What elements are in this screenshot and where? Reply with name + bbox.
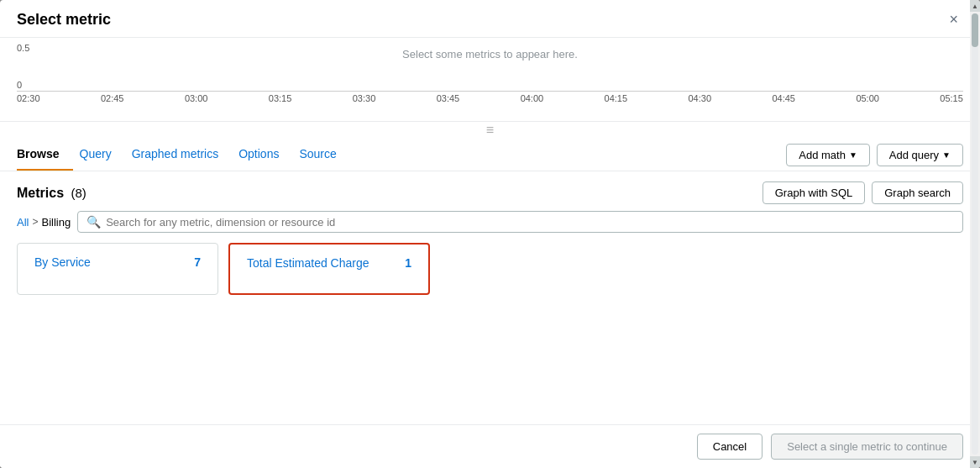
metrics-header-right: Graph with SQL Graph search	[763, 181, 963, 204]
chart-y-top-label: 0.5	[17, 43, 29, 53]
metrics-title-row: Metrics (8)	[17, 186, 86, 201]
add-math-arrow-icon: ▼	[849, 150, 857, 160]
add-math-label: Add math	[799, 149, 846, 161]
tabs-bar: Browse Query Graphed metrics Options Sou…	[0, 139, 980, 171]
x-label-5: 03:45	[437, 93, 460, 108]
scrollbar: ▲ ▼	[970, 0, 980, 468]
x-label-11: 05:15	[940, 93, 963, 108]
chart-x-labels: 02:30 02:45 03:00 03:15 03:30 03:45 04:0…	[17, 92, 963, 108]
tabs-right: Add math ▼ Add query ▼	[786, 144, 963, 166]
chart-y-zero-label: 0	[17, 80, 22, 90]
metric-card-top-tec: Total Estimated Charge 1	[247, 256, 411, 270]
add-query-label: Add query	[889, 149, 939, 161]
modal: Select metric × 0.5 Select some metrics …	[0, 0, 980, 468]
modal-footer: Cancel Select a single metric to continu…	[0, 424, 980, 468]
metrics-title: Metrics (8)	[17, 186, 86, 200]
tab-graphed-metrics[interactable]: Graphed metrics	[132, 139, 232, 171]
breadcrumb-current: Billing	[41, 216, 71, 229]
x-label-3: 03:15	[269, 93, 292, 108]
chart-placeholder-text: Select some metrics to appear here.	[402, 48, 578, 60]
breadcrumb-separator: >	[32, 216, 38, 228]
x-label-4: 03:30	[353, 93, 376, 108]
x-label-6: 04:00	[521, 93, 544, 108]
breadcrumb-all[interactable]: All	[17, 216, 29, 229]
metric-card-name-service[interactable]: By Service	[34, 255, 91, 269]
close-button[interactable]: ×	[944, 10, 963, 29]
cancel-button[interactable]: Cancel	[697, 434, 763, 460]
tab-options[interactable]: Options	[238, 139, 292, 171]
continue-button: Select a single metric to continue	[771, 434, 963, 460]
x-label-10: 05:00	[856, 93, 879, 108]
metrics-count: (8)	[71, 186, 86, 200]
breadcrumb: All > Billing	[17, 216, 71, 229]
tab-source[interactable]: Source	[299, 139, 349, 171]
metric-card-name-tec[interactable]: Total Estimated Charge	[247, 256, 369, 270]
scrollbar-down-button[interactable]: ▼	[970, 456, 980, 468]
resize-handle[interactable]: ≡	[0, 122, 980, 139]
metric-card-bottom-tec	[247, 275, 411, 281]
scrollbar-track	[972, 13, 978, 455]
scrollbar-thumb[interactable]	[972, 13, 978, 47]
metrics-header: Metrics (8) Graph with SQL Graph search	[17, 171, 963, 211]
cards-grid: By Service 7 Total Estimated Charge 1	[17, 243, 963, 305]
x-label-7: 04:15	[605, 93, 628, 108]
metric-card-by-service[interactable]: By Service 7	[17, 243, 218, 295]
graph-search-button[interactable]: Graph search	[872, 181, 963, 204]
modal-title: Select metric	[17, 11, 111, 29]
metric-card-count-tec: 1	[405, 256, 411, 270]
chart-area: 0.5 Select some metrics to appear here. …	[0, 38, 980, 122]
x-label-8: 04:30	[689, 93, 712, 108]
add-query-button[interactable]: Add query ▼	[877, 144, 963, 166]
chart-placeholder: 0.5 Select some metrics to appear here. …	[17, 41, 963, 92]
main-content: Metrics (8) Graph with SQL Graph search …	[0, 171, 980, 424]
metric-card-count-service: 7	[194, 255, 201, 269]
search-input[interactable]	[106, 216, 954, 229]
search-box: 🔍	[77, 211, 963, 233]
metric-card-total-estimated-charge[interactable]: Total Estimated Charge 1	[228, 243, 430, 295]
x-label-0: 02:30	[17, 93, 40, 108]
tabs-left: Browse Query Graphed metrics Options Sou…	[17, 139, 786, 171]
modal-header: Select metric ×	[0, 0, 980, 38]
chart-axis-line	[17, 91, 963, 92]
graph-with-sql-button[interactable]: Graph with SQL	[763, 181, 866, 204]
x-label-2: 03:00	[185, 93, 208, 108]
tab-query[interactable]: Query	[80, 139, 125, 171]
add-math-button[interactable]: Add math ▼	[786, 144, 870, 166]
metric-card-bottom-service	[34, 274, 201, 281]
tab-browse[interactable]: Browse	[17, 139, 73, 171]
modal-overlay: Select metric × 0.5 Select some metrics …	[0, 0, 980, 468]
x-label-9: 04:45	[772, 93, 795, 108]
metric-card-top: By Service 7	[34, 255, 201, 269]
search-row: All > Billing 🔍	[17, 211, 963, 233]
x-label-1: 02:45	[101, 93, 124, 108]
scrollbar-up-button[interactable]: ▲	[970, 0, 980, 12]
add-query-arrow-icon: ▼	[942, 150, 951, 160]
search-icon: 🔍	[86, 215, 101, 229]
